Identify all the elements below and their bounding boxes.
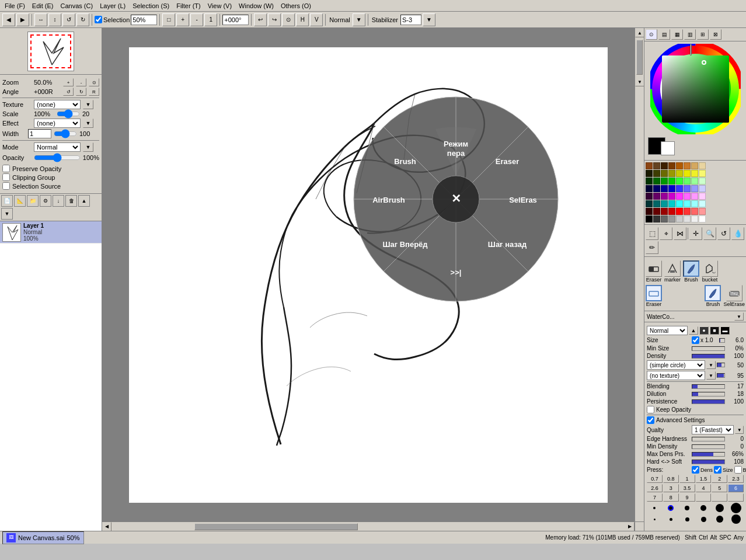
color-swatch[interactable] xyxy=(676,193,683,200)
dot-8[interactable] xyxy=(670,518,672,521)
color-swatch[interactable] xyxy=(661,193,668,200)
rpt-mix[interactable]: ⊠ xyxy=(710,29,721,40)
angle-btn2[interactable]: ↪ xyxy=(268,13,281,26)
width-input[interactable] xyxy=(28,129,51,138)
press-blend-cb[interactable] xyxy=(734,466,742,474)
stroke-flat2[interactable]: ■ xyxy=(710,326,719,335)
toolbar-nav-right[interactable]: ▶ xyxy=(16,13,29,26)
select-rect-tool[interactable]: ⬚ xyxy=(646,227,658,240)
preview-thumbnail[interactable] xyxy=(27,32,74,71)
color-swatch[interactable] xyxy=(676,178,683,185)
marker-tool[interactable]: marker xyxy=(664,260,681,283)
angle-reset[interactable]: ⊙ xyxy=(282,13,295,26)
color-swatch[interactable] xyxy=(691,170,698,177)
status-canvas-item[interactable]: 🖼 New Canvas.sai 50% xyxy=(2,531,84,544)
color-swatch[interactable] xyxy=(699,185,706,192)
size-preset-7[interactable]: 7 xyxy=(647,493,663,502)
color-swatch[interactable] xyxy=(691,200,698,207)
color-swatch[interactable] xyxy=(661,200,668,207)
color-swatch[interactable] xyxy=(691,185,698,192)
opacity-slider[interactable] xyxy=(34,153,81,162)
rpt-color-wheel[interactable]: ⊙ xyxy=(646,29,657,40)
mode-dropdown[interactable]: ▼ xyxy=(353,13,365,26)
scroll-left-arrow[interactable]: ◀ xyxy=(102,522,111,531)
menu-filter[interactable]: Filter (T) xyxy=(173,1,204,11)
layer-item[interactable]: Layer 1 Normal 100% xyxy=(0,221,102,244)
color-swatch[interactable] xyxy=(684,170,691,177)
eraser-sub-icon[interactable] xyxy=(646,285,662,301)
color-swatch[interactable] xyxy=(684,178,691,185)
color-swatch[interactable] xyxy=(676,170,683,177)
quality-btn[interactable]: ▼ xyxy=(735,426,744,434)
brush-active-icon[interactable] xyxy=(705,285,721,301)
zoom-dec[interactable]: - xyxy=(76,78,86,86)
size-checkbox[interactable] xyxy=(692,336,699,344)
press-dens-cb[interactable] xyxy=(692,466,699,474)
toolbar-rotate-r[interactable]: ↻ xyxy=(76,13,89,26)
size-preset-8[interactable]: 8 xyxy=(663,493,679,502)
rotate-tool[interactable]: ↺ xyxy=(717,227,730,240)
brush-active-tool[interactable]: Brush xyxy=(705,285,721,307)
mode-select[interactable]: Normal xyxy=(34,142,81,152)
select-lasso-tool[interactable]: ⌖ xyxy=(660,227,672,240)
color-swatch[interactable] xyxy=(691,208,698,215)
size-preset-5[interactable]: 5 xyxy=(712,484,727,492)
scroll-h-thumb[interactable] xyxy=(194,523,358,530)
color-swatch[interactable] xyxy=(661,208,668,215)
dot-4[interactable] xyxy=(700,505,706,511)
quality-select[interactable]: 1 (Fastest) xyxy=(692,425,734,434)
color-swatch[interactable] xyxy=(646,215,653,222)
color-swatch[interactable] xyxy=(653,200,660,207)
color-swatch[interactable] xyxy=(668,178,675,185)
hue-selector[interactable] xyxy=(690,44,692,55)
circle-btn[interactable]: ▼ xyxy=(706,361,716,369)
zoom-reset[interactable]: ⊙ xyxy=(89,78,99,86)
eyedrop-tool[interactable]: 💧 xyxy=(731,227,744,240)
layer-move-up[interactable]: ▲ xyxy=(78,195,90,207)
layer-settings[interactable]: ⚙ xyxy=(40,195,51,207)
background-color[interactable] xyxy=(661,141,675,155)
color-swatch[interactable] xyxy=(699,215,706,222)
stroke-round[interactable]: ● xyxy=(699,326,709,335)
color-swatch[interactable] xyxy=(646,185,653,192)
size-preset-35[interactable]: 3.5 xyxy=(679,484,695,492)
preserve-opacity-cb[interactable] xyxy=(2,165,10,172)
dot-6[interactable] xyxy=(731,503,741,513)
selerase-tool[interactable]: SelErase xyxy=(723,285,745,307)
press-size-cb[interactable] xyxy=(714,466,721,474)
effect-more[interactable]: ▼ xyxy=(83,119,93,128)
color-swatch[interactable] xyxy=(668,185,675,192)
zoom-fit[interactable]: □ xyxy=(162,13,175,26)
blend-mode-select[interactable]: Normal xyxy=(647,326,688,335)
size-preset-26[interactable]: 2.6 xyxy=(647,484,663,492)
dot-11[interactable] xyxy=(716,516,723,523)
dot-2[interactable] xyxy=(669,506,672,510)
color-swatch[interactable] xyxy=(699,178,706,185)
texture-more[interactable]: ▼ xyxy=(83,100,93,109)
menu-edit[interactable]: Edit (E) xyxy=(29,1,57,11)
brush-tool[interactable]: Brush xyxy=(683,260,699,283)
color-swatch[interactable] xyxy=(699,170,706,177)
zoom-in[interactable]: + xyxy=(176,13,189,26)
angle-input[interactable] xyxy=(222,15,249,25)
color-swatch[interactable] xyxy=(668,200,675,207)
texture-select2[interactable]: (no texture) xyxy=(647,371,705,380)
color-swatch[interactable] xyxy=(646,178,653,185)
size-preset-23[interactable]: 2.3 xyxy=(728,475,744,483)
angle-inc[interactable]: ↺ xyxy=(63,88,74,96)
width-slider[interactable] xyxy=(54,131,77,137)
size-preset-15[interactable]: 1.5 xyxy=(696,475,712,483)
dot-10[interactable] xyxy=(701,517,706,522)
toolbar-rotate-l[interactable]: ↺ xyxy=(62,13,75,26)
color-swatch[interactable] xyxy=(684,215,691,222)
color-swatch[interactable] xyxy=(653,185,660,192)
menu-canvas[interactable]: Canvas (C) xyxy=(57,1,97,11)
toolbar-flip-h[interactable]: ↔ xyxy=(34,13,47,26)
color-swatch[interactable] xyxy=(668,162,675,169)
color-swatch[interactable] xyxy=(676,185,683,192)
watercolor-dropdown[interactable]: ▼ xyxy=(734,312,744,321)
color-swatch[interactable] xyxy=(676,200,683,207)
color-swatch[interactable] xyxy=(653,215,660,222)
move-tool[interactable]: ✛ xyxy=(689,227,702,240)
layer-new-vector[interactable]: 📐 xyxy=(14,195,26,207)
